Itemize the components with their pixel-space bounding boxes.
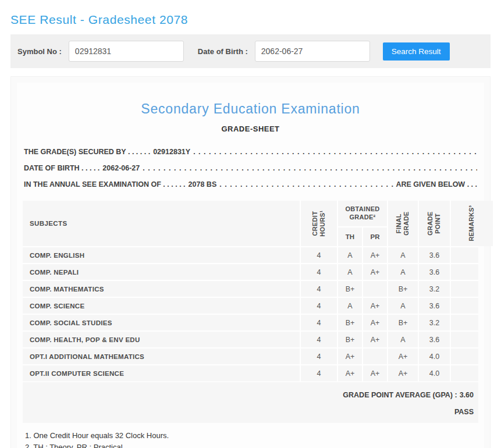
search-result-button[interactable]: Search Result [383, 42, 450, 61]
statement-line-dob: DATE OF BIRTH . . . . . 2062-06-27 . . .… [24, 160, 477, 176]
cell-subject: COMP. MATHEMATICS [23, 281, 300, 297]
cell-remarks [451, 247, 478, 263]
cell-credit: 4 [301, 264, 337, 280]
cell-th: A+ [338, 365, 362, 381]
cell-gp: 3.6 [419, 264, 450, 280]
cell-th: A [338, 247, 362, 263]
cell-pr: A+ [363, 264, 387, 280]
final-label-line1: FINAL [395, 209, 403, 239]
cell-subject: COMP. HEALTH, POP & ENV EDU [23, 332, 300, 347]
statement-prefix: IN THE ANNUAL SEE EXAMINATION OF . . . .… [24, 176, 186, 193]
cell-final: A [388, 298, 418, 314]
credit-label-line1: CREDIT [311, 205, 319, 241]
symbol-with-check: 02912831Y [153, 144, 190, 160]
cell-final: B+ [388, 281, 418, 297]
final-grade-rotated-label: FINAL GRADE [395, 209, 410, 239]
dob-input[interactable] [255, 41, 370, 62]
cell-final: A+ [388, 365, 418, 381]
cell-pr: A+ [363, 365, 387, 381]
dot-leader: . . . . . . . . . . . . . . . . . . . . … [219, 176, 393, 193]
cell-final: A [388, 332, 418, 347]
cell-credit: 4 [301, 315, 337, 330]
cell-final: A [388, 264, 418, 280]
grade-table: SUBJECTS CREDIT HOURS¹ OBTAINED GRADE² T… [23, 201, 478, 381]
gp-label-line2: POINT [435, 208, 442, 239]
table-row: OPT.I ADDITIONAL MATHEMATICS4A+A+4.0 [23, 349, 478, 364]
cell-credit: 4 [301, 298, 337, 314]
cell-th: B+ [338, 281, 362, 297]
cell-remarks [451, 264, 478, 280]
header-obtained-grade: OBTAINED GRADE² [338, 201, 387, 226]
header-th-pr-row: TH PR [338, 227, 387, 246]
cell-th: B+ [338, 332, 362, 347]
cell-subject: COMP. SCIENCE [23, 298, 300, 314]
statement-prefix: DATE OF BIRTH . . . . . [24, 160, 100, 176]
cell-pr [363, 281, 387, 297]
gp-label-line1: GRADE [427, 208, 434, 239]
result-status: PASS [27, 408, 474, 416]
cell-final: A [388, 247, 418, 263]
cell-pr: A+ [363, 332, 387, 347]
obtained-label-line1: OBTAINED [345, 205, 379, 214]
credit-hours-rotated-label: CREDIT HOURS¹ [311, 205, 326, 241]
cell-subject: COMP. SOCIAL STUDIES [23, 315, 300, 330]
dot-leader: . . . . . . . . . . . . . . . . . . . . … [193, 144, 477, 160]
dot-leader: . . . . . . . . . . . . . . . . . . . . … [143, 160, 477, 176]
header-obtained-grade-group: OBTAINED GRADE² TH PR [338, 201, 387, 246]
gpa-summary: GRADE POINT AVERAGE (GPA) :3.60 PASS [23, 382, 478, 423]
gpa-label: GRADE POINT AVERAGE (GPA) : [343, 391, 457, 399]
cell-credit: 4 [301, 365, 337, 381]
statement-suffix: ARE GIVEN BELOW . . . [396, 176, 477, 193]
cell-th: B+ [338, 315, 362, 330]
header-final-grade: FINAL GRADE [388, 201, 418, 246]
obtained-label-line2: GRADE² [349, 214, 375, 222]
cell-final: A+ [388, 349, 418, 364]
symbol-no-input[interactable] [69, 41, 184, 62]
footnotes: 1. One Credit Hour equals 32 Clock Hours… [17, 423, 484, 448]
cell-remarks [451, 298, 478, 314]
cell-remarks [451, 365, 478, 381]
table-row: COMP. ENGLISH4AA+A3.6 [23, 247, 478, 263]
sheet-heading: Secondary Education Examination [17, 101, 484, 117]
cell-remarks [451, 281, 478, 297]
cell-gp: 3.6 [419, 247, 450, 263]
table-header-row: SUBJECTS CREDIT HOURS¹ OBTAINED GRADE² T… [23, 201, 478, 246]
cell-subject: COMP. ENGLISH [23, 247, 300, 263]
cell-gp: 4.0 [419, 349, 450, 364]
page: { "page": { "title": "SEE Result - Grade… [0, 0, 501, 448]
statement-line-grades: THE GRADE(S) SECURED BY . . . . . . 0291… [24, 144, 477, 160]
table-row: COMP. SCIENCE4AA+A3.6 [23, 298, 478, 314]
header-remarks: REMARKS³ [451, 201, 493, 246]
cell-subject: OPT.I ADDITIONAL MATHEMATICS [23, 349, 300, 364]
sheet-subheading: GRADE-SHEET [17, 125, 484, 133]
cell-gp: 3.6 [419, 298, 450, 314]
search-bar: Symbol No : Date of Birth : Search Resul… [10, 34, 491, 68]
cell-th: A [338, 298, 362, 314]
cell-credit: 4 [301, 247, 337, 263]
grade-point-rotated-label: GRADE POINT [427, 208, 442, 239]
header-grade-point: GRADE POINT [419, 201, 450, 246]
cell-pr [363, 349, 387, 364]
cell-subject: COMP. NEPALI [23, 264, 300, 280]
cell-remarks [451, 315, 478, 330]
result-panel: Secondary Education Examination GRADE-SH… [10, 76, 491, 448]
table-row: COMP. HEALTH, POP & ENV EDU4B+A+A3.6 [23, 332, 478, 347]
dob-label: Date of Birth : [198, 47, 248, 56]
cell-gp: 3.6 [419, 332, 450, 347]
cell-gp: 4.0 [419, 365, 450, 381]
header-th: TH [338, 227, 362, 246]
cell-final: B+ [388, 315, 418, 330]
cell-pr: A+ [363, 247, 387, 263]
header-subjects: SUBJECTS [23, 201, 300, 246]
statement-prefix: THE GRADE(S) SECURED BY . . . . . . [24, 144, 150, 160]
exam-year-value: 2078 BS [189, 176, 217, 193]
table-row: COMP. NEPALI4AA+A3.6 [23, 264, 478, 280]
cell-th: A+ [338, 349, 362, 364]
header-pr: PR [363, 227, 387, 246]
footnote-th-pr: 2. TH : Theory, PR : Practical [25, 442, 477, 448]
final-label-line2: GRADE [403, 209, 411, 239]
symbol-no-label: Symbol No : [17, 47, 62, 56]
cell-subject: OPT.II COMPUTER SCIENCE [23, 365, 300, 381]
header-credit-hours: CREDIT HOURS¹ [301, 201, 337, 246]
cell-pr: A+ [363, 298, 387, 314]
